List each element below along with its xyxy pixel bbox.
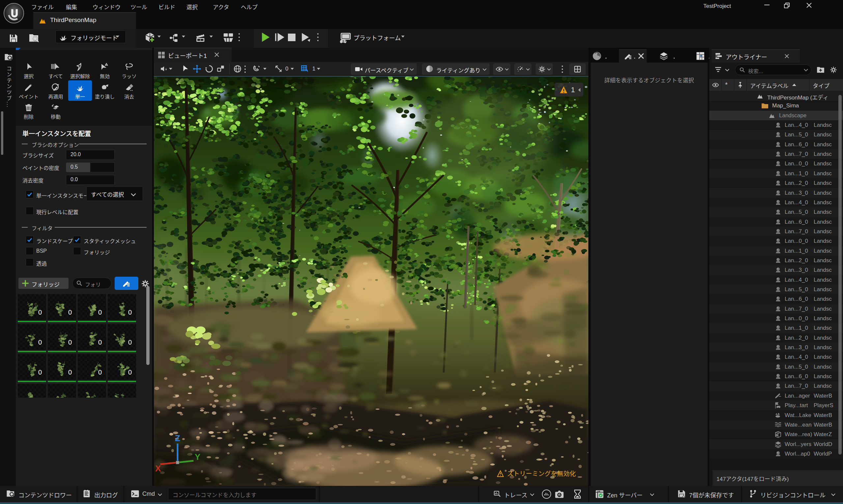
svg-text:Z: Z bbox=[175, 433, 180, 443]
svg-text:X: X bbox=[155, 464, 161, 473]
svg-text:ストリーミングを無効化: ストリーミングを無効化 bbox=[507, 470, 576, 477]
svg-text:1: 1 bbox=[571, 86, 575, 94]
svg-text:Y: Y bbox=[195, 452, 200, 462]
